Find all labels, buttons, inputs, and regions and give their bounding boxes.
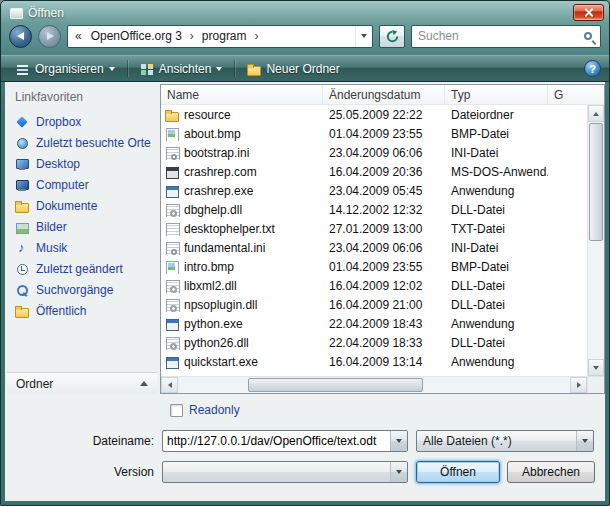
vertical-scroll-track[interactable] <box>588 242 604 359</box>
file-row[interactable]: bootstrap.ini23.04.2009 06:06INI-Datei <box>161 143 587 162</box>
sidebar-item-suchvorg-nge[interactable]: Suchvorgänge <box>13 279 155 300</box>
file-row[interactable]: dbghelp.dll14.12.2002 12:32DLL-Datei <box>161 200 587 219</box>
triangle-down-icon <box>593 366 599 370</box>
filetype-combo[interactable]: Alle Dateien (*.*) <box>416 430 594 452</box>
sidebar-item-zuletzt-ge-ndert[interactable]: Zuletzt geändert <box>13 258 155 279</box>
folders-band[interactable]: Ordner <box>7 372 157 394</box>
column-header-g[interactable]: G <box>548 85 604 104</box>
column-header-nderungsdatum[interactable]: Änderungsdatum <box>323 85 445 104</box>
sidebar-item-label: Zuletzt besuchte Orte <box>36 136 151 150</box>
toolbar-separator <box>234 60 235 77</box>
refresh-button[interactable] <box>379 25 405 48</box>
scroll-down-button[interactable] <box>588 359 604 376</box>
readonly-checkbox[interactable] <box>170 404 183 417</box>
file-row[interactable]: desktophelper.txt27.01.2009 13:00TXT-Dat… <box>161 219 587 238</box>
file-row[interactable]: crashrep.com16.04.2009 20:36MS-DOS-Anwen… <box>161 162 587 181</box>
breadcrumb-dropdown-button[interactable] <box>355 26 372 47</box>
open-button[interactable]: Öffnen <box>416 461 500 483</box>
sidebar-item-ffentlich[interactable]: Öffentlich <box>13 300 155 321</box>
open-dialog-window: Öffnen «OpenOffice.org 3›program› <box>0 0 610 506</box>
sidebar-item-label: Dropbox <box>36 115 81 129</box>
triangle-left-icon <box>168 382 172 388</box>
sidebar-item-musik[interactable]: Musik <box>13 237 155 258</box>
filetype-dropdown-button[interactable] <box>576 431 593 451</box>
sidebar-item-desktop[interactable]: Desktop <box>13 153 155 174</box>
search-box[interactable] <box>411 25 601 48</box>
image-file-icon <box>165 260 179 274</box>
scroll-up-button[interactable] <box>588 105 604 122</box>
file-row[interactable]: resource25.05.2009 22:22Dateiordner <box>161 105 587 124</box>
scroll-left-button[interactable] <box>161 377 178 393</box>
favorites-list: DropboxZuletzt besuchte OrteDesktopCompu… <box>13 111 155 321</box>
file-name: about.bmp <box>184 127 241 141</box>
column-header-typ[interactable]: Typ <box>445 85 548 104</box>
breadcrumb-separator-icon[interactable]: › <box>252 29 262 43</box>
recent-places-icon <box>15 136 29 150</box>
chevron-down-icon <box>361 34 367 38</box>
filename-input[interactable] <box>163 434 390 448</box>
file-name: crashrep.com <box>184 165 257 179</box>
views-button[interactable]: Ansichten <box>133 59 230 79</box>
filename-label: Dateiname: <box>13 434 162 448</box>
file-row[interactable]: npsoplugin.dll16.04.2009 21:00DLL-Datei <box>161 295 587 314</box>
file-date: 25.05.2009 22:22 <box>323 108 445 122</box>
vertical-scrollbar[interactable] <box>587 105 604 376</box>
title-bar[interactable]: Öffnen <box>1 1 609 22</box>
file-name: python.exe <box>184 317 243 331</box>
folders-label: Ordner <box>16 377 53 391</box>
desktop-icon <box>15 157 29 171</box>
new-folder-button[interactable]: Neuer Ordner <box>240 59 346 79</box>
file-row[interactable]: quickstart.exe16.04.2009 13:14Anwendung <box>161 352 587 371</box>
vertical-scroll-thumb[interactable] <box>589 123 603 241</box>
help-icon: ? <box>589 63 596 75</box>
file-type: Dateiordner <box>445 108 548 122</box>
refresh-icon <box>386 30 399 43</box>
organize-button[interactable]: Organisieren <box>9 59 122 79</box>
file-row[interactable]: libxml2.dll16.04.2009 12:02DLL-Datei <box>161 276 587 295</box>
file-row[interactable]: intro.bmp01.04.2009 23:55BMP-Datei <box>161 257 587 276</box>
sidebar-item-zuletzt-besuchte-orte[interactable]: Zuletzt besuchte Orte <box>13 132 155 153</box>
version-dropdown-button[interactable] <box>390 462 407 482</box>
forward-button[interactable] <box>38 25 61 48</box>
breadcrumb-items: «OpenOffice.org 3›program› <box>71 26 262 47</box>
file-row[interactable]: about.bmp01.04.2009 23:55BMP-Datei <box>161 124 587 143</box>
breadcrumb[interactable]: «OpenOffice.org 3›program› <box>67 25 373 48</box>
horizontal-scrollbar[interactable] <box>161 376 604 393</box>
sidebar-item-computer[interactable]: Computer <box>13 174 155 195</box>
scroll-right-button[interactable] <box>570 377 587 393</box>
sidebar-item-label: Suchvorgänge <box>36 283 113 297</box>
filename-dropdown-button[interactable] <box>390 431 407 451</box>
file-row[interactable]: fundamental.ini23.04.2009 06:06INI-Datei <box>161 238 587 257</box>
horizontal-scroll-thumb[interactable] <box>248 378 423 392</box>
help-button[interactable]: ? <box>584 60 601 77</box>
file-type: INI-Datei <box>445 146 548 160</box>
file-row[interactable]: python.exe22.04.2009 18:43Anwendung <box>161 314 587 333</box>
search-input[interactable] <box>418 29 584 43</box>
file-name-cell: fundamental.ini <box>161 241 323 255</box>
scrollbar-corner <box>587 377 604 393</box>
ini-file-icon <box>165 241 179 255</box>
sidebar-item-dropbox[interactable]: Dropbox <box>13 111 155 132</box>
searches-icon <box>15 283 29 297</box>
sidebar-item-label: Öffentlich <box>36 304 86 318</box>
breadcrumb-overflow-icon[interactable]: « <box>71 29 86 43</box>
breadcrumb-separator-icon[interactable]: › <box>187 29 197 43</box>
column-header-name[interactable]: Name <box>161 85 323 104</box>
file-type: Anwendung <box>445 317 548 331</box>
file-row[interactable]: python26.dll22.04.2009 18:33DLL-Datei <box>161 333 587 352</box>
back-button[interactable] <box>9 25 32 48</box>
file-name: dbghelp.dll <box>184 203 242 217</box>
cancel-button[interactable]: Abbrechen <box>507 461 595 483</box>
version-label: Version <box>13 465 162 479</box>
horizontal-scroll-track[interactable] <box>178 377 570 393</box>
file-row[interactable]: crashrep.exe23.04.2009 05:45Anwendung <box>161 181 587 200</box>
breadcrumb-item-program[interactable]: program <box>197 29 252 43</box>
file-type: INI-Datei <box>445 241 548 255</box>
version-combo[interactable] <box>162 461 408 483</box>
sidebar-item-bilder[interactable]: Bilder <box>13 216 155 237</box>
breadcrumb-item-openoffice-org-3[interactable]: OpenOffice.org 3 <box>86 29 187 43</box>
filename-combo[interactable] <box>162 430 408 452</box>
close-button[interactable] <box>573 4 604 21</box>
sidebar-item-dokumente[interactable]: Dokumente <box>13 195 155 216</box>
dll-file-icon <box>165 336 179 350</box>
